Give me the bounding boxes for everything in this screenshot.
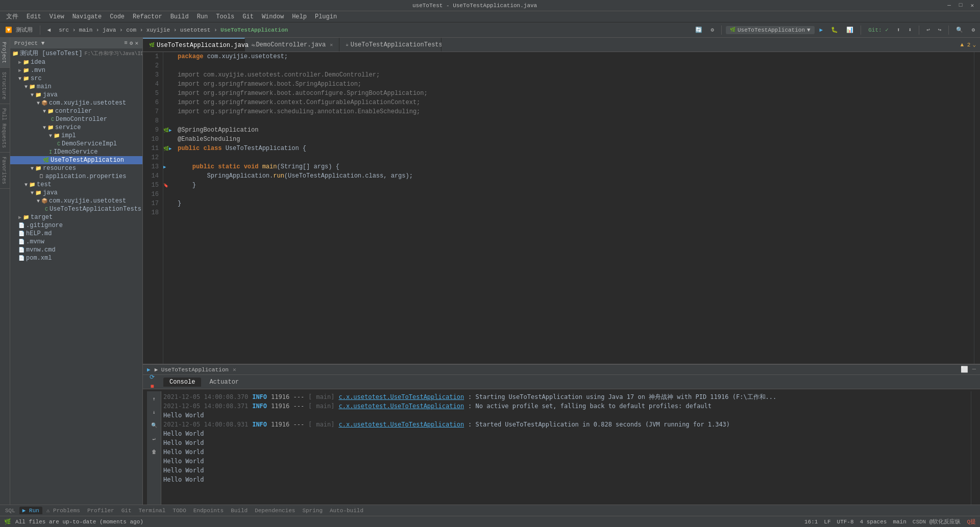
code-content[interactable]: package com.xuyijie.usetotest; import co… (174, 52, 974, 364)
search-everywhere-btn[interactable]: 🔍 (953, 26, 966, 34)
bottomtab-problems[interactable]: ⚠ Problems (43, 507, 83, 514)
menu-git[interactable]: Git (238, 11, 258, 22)
menu-file[interactable]: 文件 (2, 11, 22, 22)
toolbar-project-dropdown[interactable]: 🔽 测试用 (2, 25, 36, 35)
coverage-btn[interactable]: 📊 (843, 26, 856, 34)
tree-src[interactable]: ▼ 📁 src (10, 74, 142, 83)
bottomtab-sql[interactable]: SQL (2, 507, 18, 514)
project-hide[interactable]: ✕ (135, 40, 138, 46)
bottomtab-profiler[interactable]: Profiler (84, 507, 117, 514)
sidebar-tab-pullrequests[interactable]: Pull Requests (0, 104, 10, 153)
menu-help[interactable]: Help (288, 11, 311, 22)
menu-edit[interactable]: Edit (22, 11, 45, 22)
run-btn[interactable]: ▶ (817, 26, 826, 34)
bottomtab-endpoints[interactable]: Endpoints (190, 507, 227, 514)
debug-btn[interactable]: 🐛 (828, 26, 841, 34)
tree-service[interactable]: ▼ 📁 service (10, 123, 142, 132)
tree-appprops[interactable]: 🗒 application.properties (10, 172, 142, 181)
settings-btn[interactable]: ⚙ (968, 26, 978, 34)
menu-build[interactable]: Build (166, 11, 193, 22)
tree-java-test[interactable]: ▼ 📁 java (10, 189, 142, 197)
toolbar-back-btn[interactable]: ◀ (44, 26, 54, 34)
git-pull-btn[interactable]: ⬇ (905, 26, 915, 34)
tree-test[interactable]: ▼ 📁 test (10, 181, 142, 189)
tab-close-2[interactable]: ✕ (330, 42, 333, 48)
tab-democontroller[interactable]: ☕ DemoController.java ✕ (245, 38, 339, 52)
tree-package-main[interactable]: ▼ 📦 com.xuyijie.usetotest (10, 99, 142, 107)
tree-impl[interactable]: ▼ 📁 impl (10, 132, 142, 140)
status-spaces[interactable]: 4 spaces (860, 519, 887, 525)
run-tab-title[interactable]: ▶ UseToTestApplication (155, 366, 229, 373)
expand-warnings[interactable]: ⌄ (972, 41, 976, 48)
close-button[interactable]: ✕ (968, 2, 976, 9)
console-scroll-down[interactable]: ↓ (151, 407, 156, 418)
status-lf[interactable]: LF (824, 519, 830, 525)
tree-mvn[interactable]: ▶ 📁 .mvn (10, 66, 142, 74)
bottomtab-todo[interactable]: TODO (169, 507, 189, 514)
maximize-button[interactable]: □ (957, 2, 965, 9)
sidebar-tab-project[interactable]: Project (0, 38, 10, 68)
menu-run[interactable]: Run (193, 11, 212, 22)
git-push-btn[interactable]: ⬆ (894, 26, 903, 34)
run-restart-btn[interactable]: ⟳ (150, 373, 155, 381)
tab-usetotestapp[interactable]: 🌿 UseToTestApplication.java ✕ (143, 38, 245, 52)
menu-code[interactable]: Code (106, 11, 129, 22)
tree-apptests[interactable]: C UseToTestApplicationTests (10, 205, 142, 213)
bottomtab-autobuild[interactable]: Auto-build (327, 507, 366, 514)
tree-demoserviceimpl[interactable]: C DemoServiceImpl (10, 140, 142, 148)
tree-mvnwcmd[interactable]: 📄 mvnw.cmd (10, 246, 142, 254)
tree-controller[interactable]: ▼ 📁 controller (10, 107, 142, 115)
bottomtab-terminal[interactable]: Terminal (136, 507, 169, 514)
menu-plugin[interactable]: Plugin (311, 11, 341, 22)
console-filter-btn[interactable]: 🔍 (150, 420, 158, 431)
run-gutter-icon-9[interactable]: ▶ (169, 128, 172, 133)
log-logger-2[interactable]: c.x.usetotest.UseToTestApplication (338, 401, 464, 411)
expand-icon[interactable]: ⬜ (961, 366, 968, 373)
menu-tools[interactable]: Tools (212, 11, 238, 22)
run-gutter-icon-11[interactable]: ▶ (169, 146, 172, 152)
menu-view[interactable]: View (45, 11, 68, 22)
tree-java[interactable]: ▼ 📁 java (10, 91, 142, 99)
bottomtab-build[interactable]: Build (228, 507, 251, 514)
run-gutter-icon-13[interactable]: ▶ (163, 164, 166, 170)
minimize-button[interactable]: — (945, 2, 953, 9)
tree-pomxml[interactable]: 📄 pom.xml (10, 254, 142, 262)
tree-idea[interactable]: ▶ 📁 idea (10, 58, 142, 66)
redo-btn[interactable]: ↪ (935, 26, 945, 34)
tree-help[interactable]: 📄 hELP.md (10, 230, 142, 238)
tree-package-test[interactable]: ▼ 📦 com.xuyijie.usetotest (10, 197, 142, 205)
git-update-btn[interactable]: Git: ✓ (865, 26, 892, 34)
tree-gitignore[interactable]: 📄 .gitignore (10, 221, 142, 230)
menu-refactor[interactable]: Refactor (129, 11, 166, 22)
tree-resources[interactable]: ▼ 📁 resources (10, 164, 142, 172)
warnings-badge[interactable]: ▲ 2 ⌄ (957, 38, 980, 52)
bottomtab-dependencies[interactable]: Dependencies (252, 507, 298, 514)
tree-main[interactable]: ▼ 📁 main (10, 83, 142, 91)
toolbar-sync-btn[interactable]: 🔄 (692, 26, 705, 34)
editor-scrollbar[interactable] (974, 52, 980, 364)
bottomtab-spring[interactable]: Spring (299, 507, 326, 514)
actuator-tab[interactable]: Actuator (203, 378, 245, 387)
undo-btn[interactable]: ↩ (923, 26, 933, 34)
tree-idemoservice[interactable]: I IDemoService (10, 148, 142, 156)
bottomtab-run[interactable]: ▶ Run (19, 507, 42, 514)
sidebar-tab-favorites[interactable]: Favorites (0, 153, 10, 189)
status-branch[interactable]: main (893, 519, 906, 525)
menu-navigate[interactable]: Navigate (68, 11, 106, 22)
bottomtab-git[interactable]: Git (118, 507, 135, 514)
toolbar-settings-btn[interactable]: ⚙ (707, 26, 717, 34)
sidebar-tab-structure[interactable]: Structure (0, 68, 10, 104)
log-logger-3[interactable]: c.x.usetotest.UseToTestApplication (338, 420, 464, 429)
status-position[interactable]: 16:1 (804, 519, 818, 525)
collapse-icon[interactable]: — (972, 366, 976, 373)
tab-apptests[interactable]: ☕ UseToTestApplicationTests.java ✕ (339, 38, 442, 52)
run-tab-close[interactable]: ✕ (233, 366, 236, 373)
tree-mvnw[interactable]: 📄 .mvnw (10, 238, 142, 246)
console-tab[interactable]: Console (163, 378, 201, 387)
tree-democontroller[interactable]: C DemoController (10, 115, 142, 123)
run-config-dropdown[interactable]: 🌿 UseToTestApplication ▼ (726, 26, 815, 34)
tree-target[interactable]: ▶ 📁 target (10, 213, 142, 221)
menu-window[interactable]: Window (258, 11, 288, 22)
tree-root[interactable]: 📁 测试用 [useToTest] F:\工作和学习\Java\IDEA出版 (10, 48, 142, 58)
status-encoding[interactable]: UTF-8 (837, 519, 854, 525)
